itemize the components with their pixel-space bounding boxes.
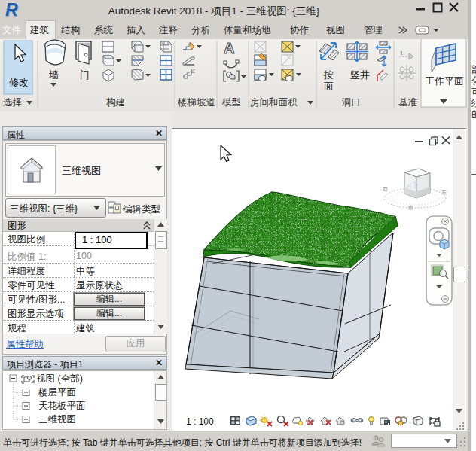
svg-text:工作平面: 工作平面 (425, 75, 464, 87)
svg-text:模型: 模型 (221, 97, 241, 108)
svg-text:竖井: 竖井 (350, 69, 370, 81)
svg-text:洞口: 洞口 (342, 97, 361, 108)
svg-text:基准: 基准 (398, 97, 417, 108)
svg-text:天花板平面: 天花板平面 (38, 401, 86, 411)
svg-text:选择: 选择 (3, 97, 22, 108)
svg-text:楼层平面: 楼层平面 (38, 387, 76, 398)
svg-text:1.: 1. (400, 50, 405, 56)
svg-text:门: 门 (80, 69, 90, 81)
svg-text:墙: 墙 (48, 69, 59, 81)
svg-text:楼梯坡道: 楼梯坡道 (178, 97, 215, 108)
svg-text:A: A (224, 40, 234, 56)
svg-text:修改: 修改 (9, 77, 29, 88)
svg-text:面: 面 (324, 81, 334, 92)
svg-text:视图 (全部): 视图 (全部) (36, 373, 83, 384)
svg-text:按: 按 (323, 69, 334, 81)
svg-text:房间和面积: 房间和面积 (250, 97, 298, 108)
svg-text:构建: 构建 (106, 97, 125, 108)
svg-text:西: 西 (383, 186, 388, 192)
svg-text:三维视图: 三维视图 (38, 414, 76, 425)
svg-text:东: 东 (441, 190, 447, 195)
svg-text:南: 南 (408, 205, 413, 210)
